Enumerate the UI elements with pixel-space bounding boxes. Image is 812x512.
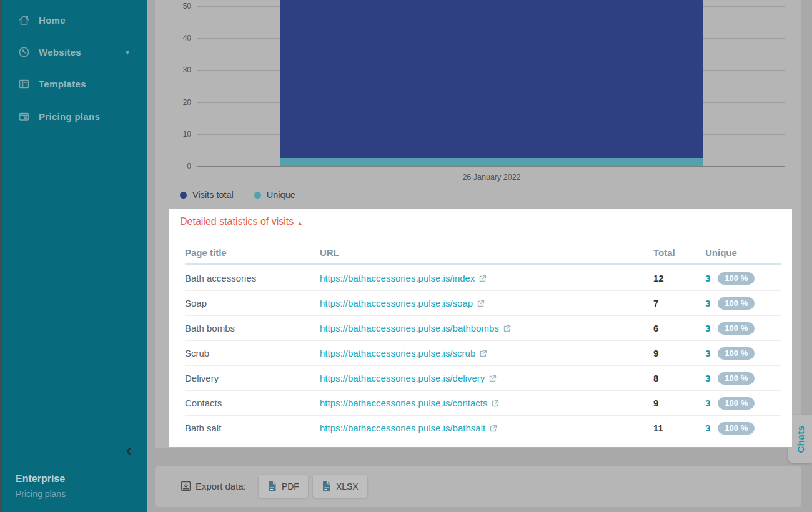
unique-count: 3	[705, 366, 710, 391]
legend-label: Unique	[267, 190, 295, 200]
total-cell: 12	[653, 266, 664, 291]
unique-count: 3	[705, 341, 710, 366]
external-link-icon	[490, 425, 497, 432]
page-title-cell: Bath accessories	[185, 266, 256, 291]
export-xlsx-button[interactable]: XLSX	[313, 475, 367, 498]
external-link-icon	[480, 350, 487, 357]
col-header-total: Total	[653, 240, 675, 265]
detailed-statistics-panel: Detailed statistics of visits ▴ Page tit…	[169, 209, 792, 447]
export-pdf-button[interactable]: PDF	[259, 475, 308, 498]
page-title-cell: Soap	[185, 291, 207, 316]
collapse-sidebar-icon[interactable]: ‹	[126, 442, 132, 458]
unique-cell: 3 100 %	[705, 366, 755, 391]
wallet-icon	[17, 110, 31, 123]
col-header-unique: Unique	[705, 240, 737, 265]
unique-share-badge: 100 %	[718, 272, 755, 285]
url-text: https://bathaccessories.pulse.is/contact…	[320, 391, 487, 416]
sidebar-item-label: Websites	[39, 39, 81, 66]
page-title-cell: Contacts	[185, 391, 222, 416]
page-url-link[interactable]: https://bathaccessories.pulse.is/index	[320, 266, 487, 291]
current-plan-name: Enterprise	[16, 473, 65, 485]
sidebar-item-pricing-plans[interactable]: Pricing plans	[0, 104, 147, 130]
plan-pricing-link[interactable]: Pricing plans	[16, 489, 66, 499]
table-row: Soap https://bathaccessories.pulse.is/so…	[185, 291, 781, 316]
total-cell: 9	[653, 341, 658, 366]
page-title-cell: Bath salt	[185, 416, 221, 441]
y-tick-label: 10	[170, 130, 191, 139]
url-text: https://bathaccessories.pulse.is/index	[320, 266, 475, 291]
unique-share-badge: 100 %	[718, 297, 755, 310]
sidebar-item-label: Home	[39, 7, 66, 34]
unique-share-badge: 100 %	[718, 422, 755, 435]
detailed-statistics-toggle[interactable]: Detailed statistics of visits ▴	[180, 216, 302, 229]
page-url-link[interactable]: https://bathaccessories.pulse.is/deliver…	[320, 366, 497, 391]
export-label: Export data:	[196, 481, 246, 491]
total-cell: 6	[653, 316, 658, 341]
unique-count: 3	[705, 291, 710, 316]
unique-cell: 3 100 %	[705, 266, 755, 291]
templates-icon	[17, 77, 31, 91]
table-row: Scrub https://bathaccessories.pulse.is/s…	[185, 341, 781, 366]
table-row: Delivery https://bathaccessories.pulse.i…	[185, 366, 781, 391]
globe-icon	[17, 46, 31, 59]
table-row: Bath accessories https://bathaccessories…	[185, 266, 781, 291]
window-left-edge	[0, 0, 2, 512]
export-icon	[180, 480, 192, 492]
sidebar-item-label: Pricing plans	[39, 104, 100, 130]
page-url-link[interactable]: https://bathaccessories.pulse.is/contact…	[320, 391, 499, 416]
y-tick-label: 30	[170, 66, 191, 74]
unique-count: 3	[705, 316, 710, 341]
url-text: https://bathaccessories.pulse.is/bathbom…	[320, 316, 499, 341]
page-url-link[interactable]: https://bathaccessories.pulse.is/bathsal…	[320, 416, 497, 441]
unique-cell: 3 100 %	[705, 291, 755, 316]
table-row: Contacts https://bathaccessories.pulse.i…	[185, 391, 781, 416]
legend-dot-icon	[254, 192, 261, 199]
unique-share-badge: 100 %	[718, 322, 755, 335]
collapse-caret-icon: ▴	[298, 219, 302, 227]
plan-divider	[17, 465, 131, 465]
unique-count: 3	[705, 416, 710, 441]
home-icon	[17, 14, 31, 27]
legend-label: Visits total	[192, 190, 234, 200]
external-link-icon	[503, 325, 511, 332]
col-header-url: URL	[320, 240, 339, 265]
chart-legend: Visits total Unique	[180, 190, 295, 200]
export-pdf-label: PDF	[282, 481, 299, 491]
page-url-link[interactable]: https://bathaccessories.pulse.is/bathbom…	[320, 316, 511, 341]
unique-share-badge: 100 %	[718, 347, 755, 360]
file-icon	[267, 481, 277, 491]
bar-visits-total	[280, 0, 703, 158]
page-url-link[interactable]: https://bathaccessories.pulse.is/scrub	[320, 341, 487, 366]
export-xlsx-label: XLSX	[336, 481, 359, 491]
unique-cell: 3 100 %	[705, 316, 755, 341]
bar-unique	[280, 158, 703, 166]
total-cell: 11	[653, 416, 663, 441]
url-text: https://bathaccessories.pulse.is/scrub	[320, 341, 475, 366]
table-row: Bath salt https://bathaccessories.pulse.…	[185, 416, 781, 441]
total-cell: 7	[653, 291, 658, 316]
sidebar-item-websites[interactable]: Websites ▾	[0, 39, 147, 66]
external-link-icon	[492, 400, 499, 407]
table-header-row: Page title URL Total Unique	[185, 240, 781, 265]
legend-dot-icon	[180, 192, 187, 199]
sidebar-item-label: Templates	[39, 71, 86, 97]
page-url-link[interactable]: https://bathaccessories.pulse.is/soap	[320, 291, 485, 316]
url-text: https://bathaccessories.pulse.is/bathsal…	[320, 416, 485, 441]
legend-item-unique[interactable]: Unique	[254, 190, 295, 200]
chats-tab-label: Chats	[795, 425, 806, 453]
total-cell: 8	[653, 366, 658, 391]
external-link-icon	[479, 275, 487, 282]
sidebar-item-home[interactable]: Home	[0, 7, 147, 34]
x-tick-label: 26 January 2022	[435, 173, 548, 182]
total-cell: 9	[653, 391, 658, 416]
export-bar: Export data: PDF XLSX	[180, 475, 367, 498]
external-link-icon	[477, 300, 485, 307]
unique-cell: 3 100 %	[705, 416, 755, 441]
chart-y-axis-line	[197, 0, 197, 167]
unique-cell: 3 100 %	[705, 391, 755, 416]
sidebar-item-templates[interactable]: Templates	[0, 71, 147, 97]
external-link-icon	[489, 375, 497, 382]
table-row: Bath bombs https://bathaccessories.pulse…	[185, 316, 781, 341]
heading-text: Detailed statistics of visits	[180, 216, 294, 229]
legend-item-visits-total[interactable]: Visits total	[180, 190, 234, 200]
